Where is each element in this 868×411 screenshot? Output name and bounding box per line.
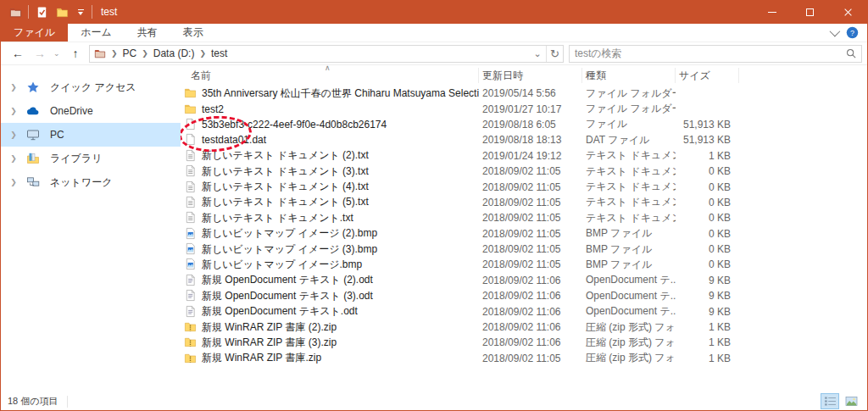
file-modified: 2018/09/02 11:06	[479, 336, 582, 348]
details-view-button[interactable]	[821, 393, 839, 409]
file-size: 1 KB	[676, 150, 739, 162]
address-bar[interactable]: ❯PC❯Data (D:)❯test ⌄ ↻	[89, 45, 564, 63]
file-row[interactable]: 新しいビットマップ イメージ (3).bmp2018/09/02 11:05BM…	[181, 242, 867, 257]
sidebar-item-label: PC	[45, 129, 64, 141]
ribbon-tab-ホーム[interactable]: ホーム	[68, 24, 125, 42]
column-header-name[interactable]: 名前 ∧	[181, 68, 479, 83]
file-modified: 2018/09/02 11:06	[479, 321, 582, 333]
main-area: ❯クイック アクセス❯OneDrive❯PC❯ライブラリ❯ネットワーク 名前 ∧…	[1, 65, 867, 392]
column-header-size[interactable]: サイズ	[676, 68, 739, 83]
network-icon	[26, 175, 45, 189]
close-button[interactable]	[829, 0, 867, 24]
zip-file-icon	[184, 352, 198, 365]
file-row[interactable]: 新しいビットマップ イメージ.bmp2018/09/02 11:05BMP ファ…	[181, 257, 867, 272]
file-size: 9 KB	[676, 275, 739, 286]
forward-button[interactable]: →	[31, 47, 48, 60]
sidebar-item-ライブラリ[interactable]: ❯ライブラリ	[1, 147, 181, 170]
file-size: 0 KB	[676, 243, 739, 255]
ribbon-collapse-icon[interactable]	[830, 26, 841, 37]
up-button[interactable]: ↑	[67, 47, 84, 60]
column-header-type[interactable]: 種類	[582, 68, 676, 83]
file-size: 9 KB	[676, 306, 739, 318]
navigation-bar: ← → ⌄ ↑ ❯PC❯Data (D:)❯test ⌄ ↻	[1, 42, 867, 65]
expander-chevron-icon[interactable]: ❯	[1, 83, 26, 92]
history-dropdown-icon[interactable]: ⌄	[53, 49, 62, 58]
back-button[interactable]: ←	[9, 47, 26, 60]
file-type: テキスト ドキュメント	[582, 180, 676, 194]
file-name: 新規 WinRAR ZIP 書庫 (3).zip	[202, 336, 337, 350]
breadcrumb-item[interactable]: Data (D:)	[150, 47, 198, 59]
file-row[interactable]: 新規 WinRAR ZIP 書庫 (3).zip2018/09/02 11:06…	[181, 335, 867, 350]
file-type: BMP ファイル	[582, 242, 676, 257]
sidebar-item-label: OneDrive	[45, 105, 93, 117]
file-row[interactable]: 新規 OpenDocument テキスト (3).odt2018/09/02 1…	[181, 288, 867, 303]
maximize-button[interactable]	[791, 0, 829, 24]
expander-chevron-icon[interactable]: ❯	[1, 131, 26, 139]
search-input[interactable]	[575, 47, 846, 59]
ribbon-tabs: ファイルホーム共有表示	[1, 24, 216, 42]
quick-access-toolbar	[1, 4, 92, 19]
breadcrumb-separator-icon: ❯	[198, 49, 208, 58]
ribbon-tab-表示[interactable]: 表示	[170, 24, 216, 42]
breadcrumb-item[interactable]: PC	[120, 47, 141, 59]
library-icon	[26, 152, 45, 165]
file-row[interactable]: test22019/01/27 10:17ファイル フォルダー	[181, 101, 867, 116]
expander-chevron-icon[interactable]: ❯	[1, 107, 26, 115]
text-file-icon	[184, 181, 198, 194]
file-row[interactable]: 53b3ebf3-c222-4eef-9f0e-4d0b8cb261742019…	[181, 117, 867, 132]
file-type: BMP ファイル	[582, 258, 676, 272]
file-size: 0 KB	[676, 181, 739, 193]
file-name: 新しいビットマップ イメージ.bmp	[202, 258, 362, 272]
file-row[interactable]: 新規 OpenDocument テキスト.odt2018/09/02 11:06…	[181, 303, 867, 319]
search-icon[interactable]	[846, 48, 856, 58]
search-box	[569, 45, 862, 63]
file-name: 新規 OpenDocument テキスト (3).odt	[202, 289, 373, 303]
file-row[interactable]: 新しいテキスト ドキュメント (2).txt2019/01/24 19:12テキ…	[181, 148, 867, 164]
file-row[interactable]: 新規 WinRAR ZIP 書庫.zip2018/09/02 11:05圧縮 (…	[181, 351, 867, 366]
explorer-app-icon	[8, 4, 23, 19]
file-row[interactable]: 35th Anniversary 松山千春の世界 Chiharu Matsuya…	[181, 86, 867, 101]
navigation-pane: ❯クイック アクセス❯OneDrive❯PC❯ライブラリ❯ネットワーク	[1, 65, 181, 392]
file-type: BMP ファイル	[582, 226, 676, 241]
file-row[interactable]: 新規 OpenDocument テキスト (2).odt2018/09/02 1…	[181, 273, 867, 288]
file-row[interactable]: 新しいテキスト ドキュメント.txt2018/09/02 11:05テキスト ド…	[181, 210, 867, 225]
column-label: 名前	[191, 69, 211, 83]
column-header-modified[interactable]: 更新日時	[479, 68, 582, 83]
file-row[interactable]: 新しいテキスト ドキュメント (3).txt2018/09/02 11:05テキ…	[181, 164, 867, 179]
file-name: 新規 WinRAR ZIP 書庫 (2).zip	[202, 320, 337, 335]
file-row[interactable]: testdata01.dat2019/08/18 18:13DAT ファイル51…	[181, 132, 867, 147]
new-folder-button[interactable]	[54, 4, 70, 19]
sidebar-item-クイック アクセス[interactable]: ❯クイック アクセス	[1, 75, 181, 99]
odt-file-icon	[184, 274, 198, 287]
file-name: 新しいテキスト ドキュメント.txt	[202, 211, 353, 225]
file-modified: 2018/09/02 11:06	[479, 306, 582, 318]
customize-qat-button[interactable]	[75, 9, 86, 15]
file-row[interactable]: 新しいビットマップ イメージ (2).bmp2018/09/02 11:05BM…	[181, 226, 867, 242]
help-button[interactable]: ?	[846, 26, 859, 39]
view-toggles	[821, 393, 860, 409]
large-buttons-view-icon[interactable]	[842, 393, 860, 409]
file-row[interactable]: 新しいテキスト ドキュメント (4).txt2018/09/02 11:05テキ…	[181, 179, 867, 194]
text-file-icon	[184, 211, 198, 225]
sidebar-item-OneDrive[interactable]: ❯OneDrive	[1, 99, 181, 123]
refresh-icon[interactable]: ↻	[546, 46, 563, 62]
properties-button[interactable]	[34, 4, 49, 19]
odt-file-icon	[184, 289, 198, 303]
address-dropdown-icon[interactable]: ⌄	[529, 46, 546, 62]
column-headers: 名前 ∧ 更新日時 種類 サイズ	[181, 65, 867, 86]
minimize-button[interactable]	[753, 0, 791, 24]
sidebar-item-PC[interactable]: ❯PC	[1, 123, 181, 147]
file-size: 0 KB	[676, 165, 739, 177]
qat-separator	[92, 5, 92, 19]
file-row[interactable]: 新規 WinRAR ZIP 書庫 (2).zip2018/09/02 11:06…	[181, 319, 867, 335]
breadcrumb-item[interactable]: test	[208, 47, 231, 59]
ribbon-tab-共有[interactable]: 共有	[125, 24, 170, 42]
sidebar-item-ネットワーク[interactable]: ❯ネットワーク	[1, 170, 181, 194]
ribbon-tab-ファイル[interactable]: ファイル	[1, 24, 68, 42]
column-label: 更新日時	[482, 69, 523, 83]
file-list-pane: 名前 ∧ 更新日時 種類 サイズ 35th Anniversary 松山千春の世…	[181, 65, 867, 392]
expander-chevron-icon[interactable]: ❯	[1, 154, 26, 163]
file-modified: 2018/09/02 11:05	[479, 181, 582, 193]
expander-chevron-icon[interactable]: ❯	[1, 178, 26, 186]
file-row[interactable]: 新しいテキスト ドキュメント (5).txt2018/09/02 11:05テキ…	[181, 195, 867, 210]
